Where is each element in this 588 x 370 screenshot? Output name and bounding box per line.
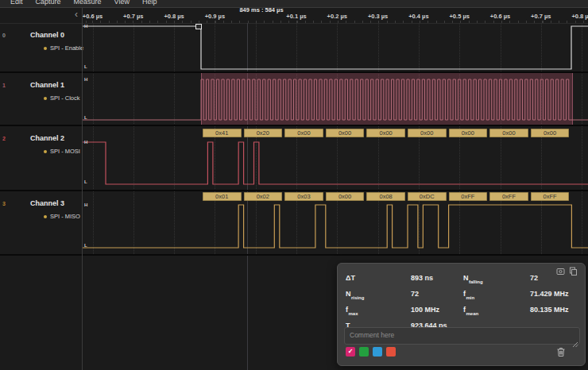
channel-number: 2 bbox=[2, 136, 6, 141]
low-level-label: L bbox=[84, 115, 87, 120]
spi-byte-annotation: 0xFF bbox=[449, 192, 488, 201]
resize-handle-icon[interactable] bbox=[572, 337, 578, 351]
delete-measurement-button[interactable] bbox=[556, 346, 566, 360]
measurement-label: Nfalling bbox=[463, 274, 482, 283]
row-separator bbox=[0, 254, 588, 256]
channel-3-row: 3Channel 3SPI - MISOHL0x010x020x030x000x… bbox=[0, 191, 588, 254]
spi-byte-annotation: 0x00 bbox=[408, 129, 447, 137]
channel-1-sidebar[interactable]: 1Channel 1SPI - Clock bbox=[0, 73, 83, 125]
menu-item-help[interactable]: Help bbox=[137, 0, 163, 6]
logic-analyzer-app: EditCaptureMeasureViewHelp ‹ 849 ms : 58… bbox=[0, 0, 588, 370]
protocol-label: SPI - MISO bbox=[50, 213, 80, 220]
screenshot-icon[interactable] bbox=[556, 267, 565, 276]
color-swatch-green[interactable] bbox=[359, 347, 369, 357]
spi-byte-annotation: 0x00 bbox=[326, 129, 365, 137]
protocol-color-dot bbox=[44, 150, 47, 153]
channel-3-sidebar[interactable]: 3Channel 3SPI - MISO bbox=[0, 191, 83, 254]
ruler-tick-label: +0.2 µs bbox=[327, 13, 347, 20]
ruler-tick-label: +0.8 µs bbox=[571, 13, 588, 20]
protocol-color-dot bbox=[44, 97, 47, 100]
ruler-tick-label: +0.7 µs bbox=[123, 13, 143, 20]
check-icon: ✓ bbox=[348, 347, 354, 357]
spi-byte-annotation: 0x03 bbox=[284, 192, 323, 201]
spi-byte-annotation: 0x02 bbox=[244, 192, 283, 201]
high-level-label: H bbox=[84, 202, 87, 207]
spi-byte-annotation: 0x20 bbox=[244, 129, 283, 137]
channel-1-waveform[interactable]: HL bbox=[83, 73, 588, 125]
ruler-tick-label: +0.5 µs bbox=[449, 13, 469, 20]
measurement-label: Nrising bbox=[346, 290, 364, 299]
sidebar-divider bbox=[82, 7, 83, 370]
ruler-tick-label: +0.9 µs bbox=[205, 13, 225, 20]
protocol-color-dot bbox=[44, 215, 47, 218]
spi-byte-annotation: 0x01 bbox=[203, 192, 242, 201]
measurement-value: 80.135 MHz bbox=[530, 306, 569, 314]
comment-input[interactable] bbox=[344, 327, 580, 345]
measurement-value: 100 MHz bbox=[411, 306, 439, 314]
spi-byte-annotation: 0x00 bbox=[284, 129, 323, 137]
measurement-value: 72 bbox=[411, 290, 419, 298]
channel-name: Channel 2 bbox=[30, 134, 64, 142]
ruler-tick-label: +0.8 µs bbox=[164, 13, 184, 20]
channel-protocol: SPI - Enable bbox=[44, 44, 83, 52]
channel-number: 1 bbox=[2, 83, 6, 88]
protocol-label: SPI - Enable bbox=[50, 44, 83, 52]
protocol-color-dot bbox=[44, 47, 47, 50]
channel-2-sidebar[interactable]: 2Channel 2SPI - MOSI bbox=[0, 126, 83, 190]
timestamp-marker-label: 849 ms : 584 µs bbox=[239, 6, 283, 13]
low-level-label: L bbox=[84, 243, 87, 248]
spi-byte-annotation: 0x00 bbox=[366, 129, 405, 137]
measurement-label: fmin bbox=[463, 290, 474, 299]
ruler-tick-label: +0.7 µs bbox=[531, 13, 551, 20]
channel-2-row: 2Channel 2SPI - MOSIHL0x410x200x000x000x… bbox=[0, 126, 588, 190]
protocol-label: SPI - Clock bbox=[50, 94, 80, 102]
channel-protocol: SPI - Clock bbox=[44, 94, 80, 102]
measurement-label: ΔT bbox=[346, 274, 355, 282]
measurement-value: 72 bbox=[530, 274, 538, 282]
high-level-label: H bbox=[84, 140, 87, 145]
measurement-value: 71.429 MHz bbox=[530, 290, 569, 298]
channel-name: Channel 1 bbox=[30, 81, 64, 89]
ruler-tick-label: +0.3 µs bbox=[368, 13, 388, 20]
channel-3-waveform[interactable]: HL0x010x020x030x000x080xDC0xFF0xFF0xFF bbox=[83, 191, 588, 254]
low-level-label: L bbox=[84, 64, 87, 69]
ruler-tick-label: +0.6 µs bbox=[490, 13, 510, 20]
color-swatch-red[interactable] bbox=[386, 347, 396, 357]
menu-item-edit[interactable]: Edit bbox=[5, 0, 29, 6]
high-level-label: H bbox=[84, 77, 87, 82]
channel-0-sidebar[interactable]: 0Channel 0SPI - Enable bbox=[0, 23, 83, 71]
ruler-tick-label: +0.6 µs bbox=[83, 13, 103, 20]
menu-item-capture[interactable]: Capture bbox=[30, 0, 67, 6]
color-swatch-blue[interactable] bbox=[373, 347, 382, 357]
spi-byte-annotation: 0xFF bbox=[531, 192, 570, 201]
channel-number: 0 bbox=[2, 33, 6, 38]
measurement-value: 893 ns bbox=[411, 274, 433, 282]
menu-item-measure[interactable]: Measure bbox=[68, 0, 107, 6]
spi-byte-annotation: 0x00 bbox=[326, 192, 365, 201]
collapse-sidebar-icon[interactable]: ‹ bbox=[72, 9, 81, 20]
channel-0-waveform[interactable]: HL bbox=[83, 23, 588, 71]
measurement-panel: ΔT893 nsNfalling72Nrising72fmin71.429 MH… bbox=[337, 263, 586, 366]
waveform-trace bbox=[83, 73, 588, 125]
channel-name: Channel 0 bbox=[30, 31, 64, 39]
timeline-marker-handle[interactable] bbox=[195, 24, 202, 29]
ruler-tick-label: +0.4 µs bbox=[408, 13, 428, 20]
timeline-ruler[interactable]: ‹ 849 ms : 584 µs +0.6 µs+0.7 µs+0.8 µs+… bbox=[0, 8, 588, 24]
ruler-tick-label: +0.1 µs bbox=[286, 13, 306, 20]
menu-bar: EditCaptureMeasureViewHelp bbox=[0, 0, 588, 8]
high-level-label: H bbox=[84, 24, 87, 29]
measurement-label: fmax bbox=[346, 306, 358, 315]
spi-byte-annotation: 0x08 bbox=[366, 192, 405, 201]
channel-1-row: 1Channel 1SPI - ClockHL bbox=[0, 73, 588, 125]
protocol-label: SPI - MOSI bbox=[50, 148, 80, 155]
color-swatch-pink-selected[interactable]: ✓ bbox=[346, 347, 355, 357]
channel-0-row: 0Channel 0SPI - EnableHL bbox=[0, 23, 588, 71]
channel-name: Channel 3 bbox=[30, 199, 64, 207]
copy-icon[interactable] bbox=[569, 267, 578, 276]
channel-protocol: SPI - MISO bbox=[44, 213, 80, 220]
channel-2-waveform[interactable]: HL0x410x200x000x000x000x000x000x000x00 bbox=[83, 126, 588, 190]
menu-item-view[interactable]: View bbox=[109, 0, 135, 6]
spi-byte-annotation: 0x00 bbox=[449, 129, 488, 137]
channel-number: 3 bbox=[2, 201, 6, 206]
low-level-label: L bbox=[84, 179, 87, 184]
